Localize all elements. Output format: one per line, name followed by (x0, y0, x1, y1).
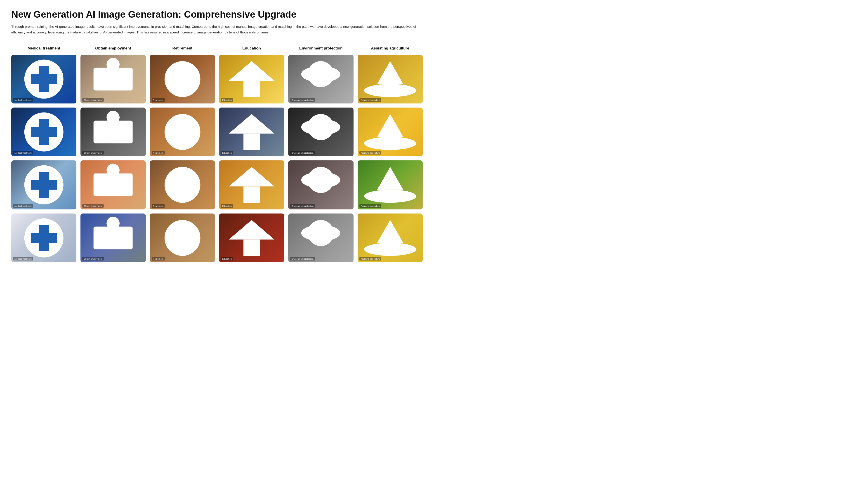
svg-rect-21 (243, 133, 260, 150)
svg-rect-28 (31, 180, 57, 190)
svg-point-43 (107, 217, 120, 230)
image-cell-medical-row2[interactable]: Medical treatment (11, 107, 76, 156)
image-cell-education-row4[interactable]: Education (219, 214, 284, 262)
svg-rect-29 (94, 173, 133, 196)
image-cell-medical-row1[interactable]: Medical treatment (11, 55, 76, 103)
col-header-employment: Obtain employment (81, 46, 146, 51)
image-cell-education-row1[interactable]: Education (219, 55, 284, 103)
svg-rect-34 (243, 187, 260, 203)
column-headers: Medical treatmentObtain employmentRetire… (11, 46, 423, 51)
col-header-retirement: Retirement (150, 46, 215, 51)
image-cell-environment-row4[interactable]: Environment protection (288, 214, 353, 262)
image-cell-agriculture-row2[interactable]: Assisting agriculture (358, 107, 423, 156)
svg-rect-42 (94, 226, 133, 249)
gallery-section: Medical treatmentObtain employmentRetire… (11, 46, 423, 262)
image-cell-medical-row4[interactable]: Medical treatment (11, 214, 76, 262)
image-cell-environment-row1[interactable]: Environment protection (288, 55, 353, 103)
svg-point-19 (169, 138, 195, 148)
svg-marker-51 (377, 220, 403, 242)
image-grid: Medical treatment Obtain employment Reti… (11, 55, 423, 262)
svg-rect-2 (31, 74, 57, 84)
image-cell-medical-row3[interactable]: Medical treatment (11, 160, 76, 209)
image-cell-education-row2[interactable]: Education (219, 107, 284, 156)
image-cell-employment-row2[interactable]: Obtain employment (81, 107, 146, 156)
svg-point-36 (301, 172, 340, 188)
image-cell-agriculture-row1[interactable]: Assisting agriculture (358, 55, 423, 103)
image-cell-education-row3[interactable]: Education (219, 160, 284, 209)
svg-rect-41 (31, 233, 57, 242)
svg-marker-33 (229, 167, 274, 186)
image-cell-environment-row2[interactable]: Environment protection (288, 107, 353, 156)
svg-rect-3 (94, 68, 133, 90)
image-cell-environment-row3[interactable]: Environment protection (288, 160, 353, 209)
image-cell-employment-row4[interactable]: Obtain employment (81, 214, 146, 262)
svg-rect-47 (243, 239, 260, 256)
svg-rect-15 (31, 127, 57, 137)
svg-rect-8 (243, 80, 260, 97)
svg-point-4 (107, 58, 120, 71)
svg-marker-20 (229, 114, 274, 133)
image-cell-retirement-row4[interactable]: Retirement (150, 214, 215, 262)
svg-point-24 (364, 137, 416, 150)
col-header-environment: Environment protection (288, 46, 353, 51)
col-header-agriculture: Assisting agriculture (358, 46, 423, 51)
image-cell-retirement-row1[interactable]: Retirement (150, 55, 215, 103)
image-cell-retirement-row3[interactable]: Retirement (150, 160, 215, 209)
svg-point-32 (169, 191, 195, 201)
page-title: New Generation AI Image Generation: Comp… (11, 9, 423, 20)
image-cell-employment-row3[interactable]: Obtain employment (81, 160, 146, 209)
image-cell-employment-row1[interactable]: Obtain employment (81, 55, 146, 103)
col-header-education: Education (219, 46, 284, 51)
svg-point-17 (107, 111, 120, 124)
svg-marker-38 (377, 167, 403, 190)
svg-rect-16 (94, 121, 133, 143)
page-description: Through prompt training, the AI-generate… (11, 24, 423, 35)
image-cell-agriculture-row3[interactable]: Assisting agriculture (358, 160, 423, 209)
svg-point-50 (364, 242, 416, 256)
svg-point-45 (169, 245, 195, 254)
col-header-medical: Medical treatment (11, 46, 76, 51)
image-cell-agriculture-row4[interactable]: Assisting agriculture (358, 214, 423, 262)
svg-marker-12 (377, 61, 403, 84)
svg-point-11 (364, 84, 416, 97)
svg-marker-7 (229, 61, 274, 80)
svg-marker-25 (377, 114, 403, 137)
svg-point-37 (364, 190, 416, 203)
svg-point-6 (169, 86, 195, 95)
svg-point-30 (107, 164, 120, 177)
image-cell-retirement-row2[interactable]: Retirement (150, 107, 215, 156)
svg-marker-46 (229, 220, 274, 239)
svg-point-23 (301, 119, 340, 135)
svg-point-10 (301, 66, 340, 82)
svg-point-49 (301, 225, 340, 241)
